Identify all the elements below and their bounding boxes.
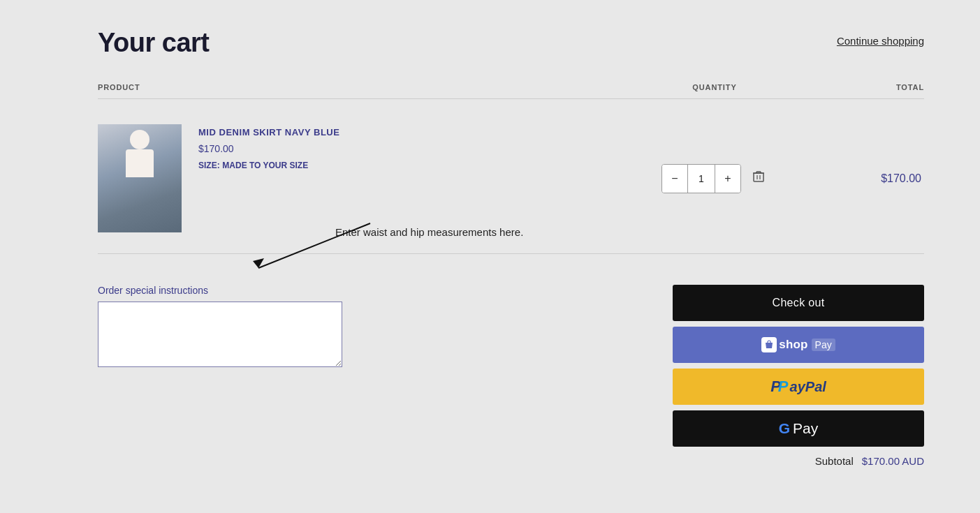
- checkout-section: Check out shop Pay: [673, 285, 924, 467]
- page-title: Your cart: [98, 28, 210, 58]
- quantity-controls: − 1 +: [661, 164, 741, 193]
- svg-marker-8: [253, 258, 264, 268]
- product-details: MID DENIM SKIRT NAVY BLUE $170.00 Size: …: [198, 124, 339, 170]
- size-label: Size:: [198, 161, 220, 170]
- quantity-column-header: QUANTITY: [645, 83, 784, 91]
- size-value: MADE TO YOUR SIZE: [222, 161, 308, 170]
- product-info: MID DENIM SKIRT NAVY BLUE $170.00 Size: …: [98, 124, 645, 232]
- product-column-header: PRODUCT: [98, 83, 645, 91]
- delete-item-button[interactable]: [749, 168, 768, 189]
- subtotal-label: Subtotal: [815, 455, 854, 467]
- paypal-logo: P P ayPal: [770, 378, 826, 396]
- gpay-logo: G Pay: [779, 420, 819, 437]
- item-total: $170.00: [784, 172, 924, 185]
- instructions-textarea[interactable]: [98, 302, 342, 367]
- decrease-quantity-button[interactable]: −: [662, 165, 687, 193]
- product-size: Size: MADE TO YOUR SIZE: [198, 160, 339, 170]
- instructions-section: Order special instructions: [98, 285, 645, 370]
- increase-quantity-button[interactable]: +: [715, 165, 740, 193]
- trash-icon: [752, 170, 765, 183]
- product-price: $170.00: [198, 143, 339, 154]
- product-image: [98, 124, 182, 232]
- page-header: Your cart Continue shopping: [98, 28, 924, 58]
- annotation-text: Enter waist and hip measurements here.: [335, 226, 523, 238]
- subtotal-row: Subtotal $170.00 AUD: [673, 455, 924, 467]
- table-header: PRODUCT QUANTITY TOTAL: [98, 83, 924, 99]
- total-column-header: TOTAL: [784, 83, 924, 91]
- product-name: MID DENIM SKIRT NAVY BLUE: [198, 127, 339, 137]
- checkout-button[interactable]: Check out: [673, 285, 924, 321]
- gpay-button[interactable]: G Pay: [673, 410, 924, 447]
- instructions-label: Order special instructions: [98, 285, 645, 296]
- continue-shopping-link[interactable]: Continue shopping: [837, 28, 924, 47]
- gpay-text: Pay: [793, 420, 818, 437]
- g-blue: G: [779, 420, 790, 437]
- svg-rect-0: [754, 173, 763, 181]
- subtotal-value: $170.00 AUD: [862, 455, 924, 467]
- bottom-section: Order special instructions Check out sh: [98, 271, 924, 467]
- quantity-section: − 1 +: [645, 164, 784, 193]
- checkout-buttons: Check out shop Pay: [673, 285, 924, 447]
- shoppay-bag-icon: [761, 337, 777, 352]
- shoppay-logo: shop Pay: [761, 337, 835, 352]
- shoppay-button[interactable]: shop Pay: [673, 327, 924, 363]
- section-divider: [98, 253, 924, 254]
- quantity-display: 1: [687, 165, 715, 193]
- paypal-button[interactable]: P P ayPal: [673, 369, 924, 405]
